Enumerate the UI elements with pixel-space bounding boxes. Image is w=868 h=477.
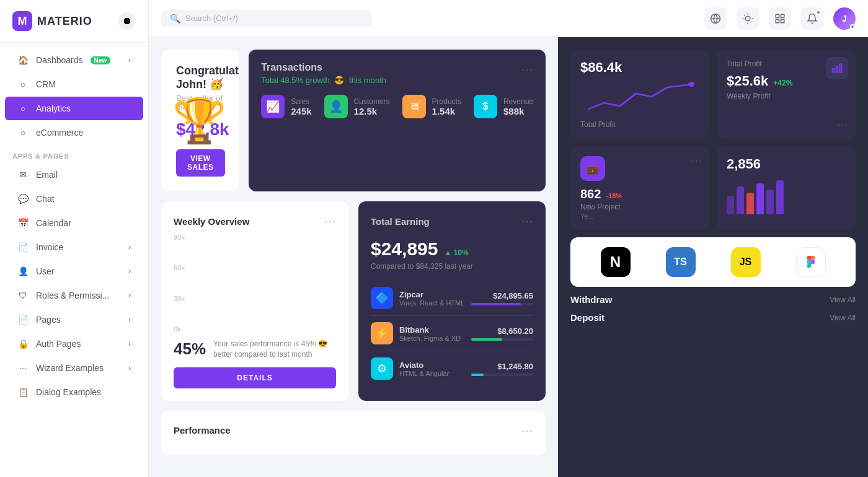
- sidebar-item-crm[interactable]: ○ CRM: [5, 72, 143, 96]
- sidebar-item-email[interactable]: ✉ Email: [5, 163, 143, 186]
- crm-icon: ○: [17, 79, 29, 90]
- earning-more-icon[interactable]: ⋯: [521, 214, 533, 229]
- sidebar-item-label: Auth Pages: [36, 339, 81, 349]
- sidebar-item-calendar[interactable]: 📅 Calendar: [5, 211, 143, 235]
- chevron-icon: ›: [128, 364, 131, 372]
- calendar-icon: 📅: [17, 217, 29, 229]
- sidebar: M MATERIO ⏺ 🏠 Dashboards New › ○ CRM ○ A…: [0, 0, 149, 477]
- user-avatar[interactable]: J: [833, 7, 856, 30]
- details-button[interactable]: DETAILS: [174, 367, 336, 388]
- profit-chart-label: Total Profit: [580, 120, 699, 129]
- sidebar-item-analytics[interactable]: ○ Analytics: [5, 97, 143, 120]
- project-label: New Project: [580, 203, 699, 211]
- sidebar-item-dashboards[interactable]: 🏠 Dashboards New ›: [5, 48, 143, 72]
- withdraw-section: Withdraw View All: [570, 294, 856, 305]
- project-value: 862: [580, 187, 601, 201]
- zipcar-icon: 🔷: [371, 287, 393, 309]
- sidebar-item-ecommerce[interactable]: ○ eCommerce: [5, 121, 143, 144]
- svg-line-4: [744, 15, 745, 15]
- bitbank-details: Bitbank Sketch, Figma & XD: [399, 325, 461, 342]
- transactions-more-icon[interactable]: ⋯: [521, 62, 533, 77]
- aviato-name: Aviato: [399, 361, 449, 370]
- trophy-icon: 🏆: [172, 95, 226, 146]
- transactions-header: Transactions Total 48.5% growth 😎 this m…: [261, 62, 533, 85]
- sidebar-item-dialog[interactable]: 📋 Dialog Examples: [5, 380, 143, 404]
- withdraw-header: Withdraw View All: [570, 294, 856, 305]
- new-project-card: ⋯ 💼 862 -18% New Project Ye...: [570, 146, 709, 230]
- products-label: Products: [432, 97, 461, 106]
- sidebar-item-pages[interactable]: 📄 Pages ›: [5, 308, 143, 331]
- project-more-icon[interactable]: ⋯: [691, 154, 702, 167]
- mini-bar-5: [766, 190, 774, 214]
- svg-rect-11: [781, 19, 784, 22]
- sales-label: Sales: [291, 97, 311, 106]
- weekly-profit-sublabel: Weekly Profit: [727, 92, 846, 100]
- project-icon: 💼: [580, 156, 605, 181]
- congrats-title: Congratulations John! 🥳: [176, 64, 224, 91]
- grid-view-button[interactable]: [769, 7, 791, 30]
- invoice-icon: 📄: [17, 242, 29, 253]
- top-row: Congratulations John! 🥳 Best seller of t…: [161, 50, 546, 201]
- sales-value: 245k: [291, 106, 311, 116]
- earning-row-zipcar: 🔷 Zipcar Vuejs, React & HTML $24,895.65: [371, 281, 533, 316]
- sidebar-item-invoice[interactable]: 📄 Invoice ›: [5, 235, 143, 259]
- deposit-view-all[interactable]: View All: [830, 313, 856, 322]
- revenue-value: $88k: [503, 106, 533, 116]
- bitbank-info: ⚡ Bitbank Sketch, Figma & XD: [371, 322, 461, 344]
- profit-line-chart: [580, 78, 699, 115]
- transactions-grid: 📈 Sales 245k 👤 Customers 12.5k: [261, 95, 533, 118]
- weekly-more-icon[interactable]: ⋯: [324, 214, 336, 229]
- bar-chart-value: 2,856: [727, 156, 846, 172]
- figma-icon: [796, 247, 826, 277]
- bitbank-progress-fill: [471, 338, 502, 341]
- aviato-progress-fill: [471, 374, 484, 376]
- sidebar-item-roles[interactable]: 🛡 Roles & Permissi... ›: [5, 284, 143, 307]
- svg-rect-8: [776, 14, 779, 17]
- svg-rect-14: [836, 66, 838, 72]
- project-value-row: 862 -18%: [580, 187, 699, 201]
- bitbank-amount: $8,650.20: [471, 326, 533, 336]
- chevron-icon: ›: [128, 267, 131, 276]
- javascript-icon: JS: [731, 247, 761, 277]
- svg-rect-15: [833, 69, 835, 72]
- chart-y-labels: 90k 60k 30k 0k: [174, 234, 195, 333]
- sidebar-item-wizard[interactable]: ··· Wizard Examples ›: [5, 356, 143, 380]
- notifications-button[interactable]: [801, 7, 823, 30]
- sidebar-item-user[interactable]: 👤 User ›: [5, 260, 143, 283]
- profit-grid: $86.4k Total Profit Total Profit: [570, 50, 856, 139]
- wizard-icon: ···: [17, 362, 29, 374]
- profit-more-icon[interactable]: ⋯: [837, 118, 848, 131]
- typescript-icon: TS: [666, 247, 696, 277]
- sidebar-item-label: Analytics: [36, 103, 71, 113]
- dialog-icon: 📋: [17, 387, 29, 398]
- theme-toggle-button[interactable]: [737, 7, 759, 30]
- performance-more-icon[interactable]: ⋯: [521, 423, 533, 438]
- sidebar-item-chat[interactable]: 💬 Chat: [5, 187, 143, 211]
- withdraw-view-all[interactable]: View All: [830, 295, 856, 304]
- header-icons: J: [704, 7, 856, 30]
- sidebar-item-auth[interactable]: 🔒 Auth Pages ›: [5, 332, 143, 356]
- translate-button[interactable]: [704, 7, 727, 30]
- sidebar-item-label: Chat: [36, 194, 55, 204]
- aviato-details: Aviato HTML & Angular: [399, 361, 449, 377]
- view-sales-button[interactable]: VIEW SALES: [176, 149, 225, 177]
- products-info: Products 1.54k: [432, 97, 461, 116]
- earning-row-bitbank: ⚡ Bitbank Sketch, Figma & XD $8,650.20: [371, 316, 533, 351]
- chevron-icon: ›: [128, 243, 131, 252]
- left-panel: Congratulations John! 🥳 Best seller of t…: [149, 37, 558, 477]
- app-name: MATERIO: [37, 15, 92, 28]
- mini-bar-1: [727, 196, 734, 214]
- search-bar[interactable]: 🔍 Search (Ctrl+/): [161, 10, 372, 27]
- mini-bar-4: [756, 183, 764, 214]
- aviato-info: ⚙ Aviato HTML & Angular: [371, 357, 449, 380]
- transaction-sales: 📈 Sales 245k: [261, 95, 311, 118]
- deposit-title: Deposit: [570, 312, 604, 323]
- svg-point-1: [745, 16, 750, 21]
- zipcar-sub: Vuejs, React & HTML: [399, 299, 464, 307]
- aviato-progress: [471, 374, 533, 376]
- sidebar-record-icon[interactable]: ⏺: [118, 12, 136, 30]
- weekly-profit-growth: +42%: [773, 79, 792, 87]
- sidebar-item-label: CRM: [36, 79, 56, 89]
- bitbank-sub: Sketch, Figma & XD: [399, 335, 461, 342]
- new-project-more: ⋯: [691, 154, 702, 167]
